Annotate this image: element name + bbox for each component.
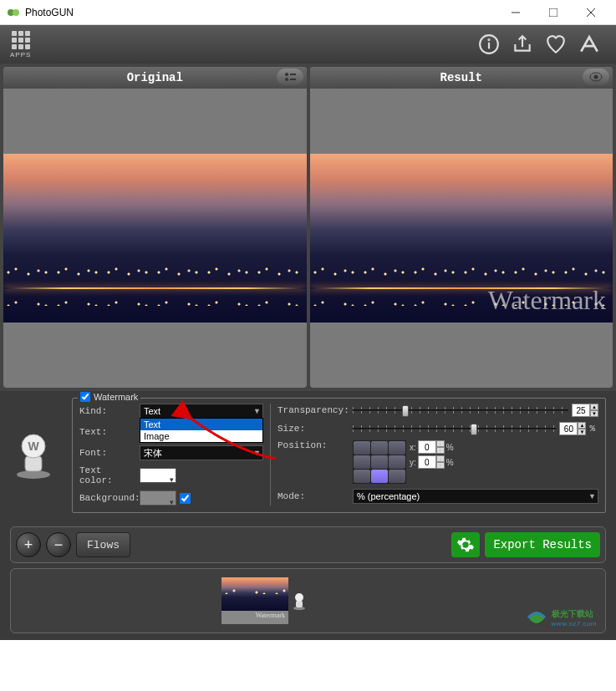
heart-icon[interactable] (539, 28, 573, 61)
size-label: Size: (277, 424, 349, 434)
top-toolbar: APPS (0, 25, 616, 64)
position-grid[interactable] (353, 440, 406, 484)
font-label: Font: (79, 448, 136, 458)
size-spin[interactable]: ▲▼ (559, 422, 586, 435)
transparency-slider[interactable] (353, 404, 568, 417)
svg-rect-20 (296, 601, 303, 607)
svg-point-11 (285, 78, 288, 81)
background-label: Background: (79, 493, 136, 503)
svg-point-14 (594, 75, 598, 79)
transparency-spin[interactable]: ▲▼ (572, 404, 598, 417)
result-title: Result (317, 71, 607, 84)
svg-rect-12 (290, 79, 296, 80)
brand-a-icon[interactable] (573, 28, 606, 61)
thumbnail-item[interactable]: Watermark (221, 577, 288, 624)
thumb-watermark: Watermark (256, 612, 285, 619)
close-button[interactable] (572, 1, 609, 24)
export-settings-button[interactable] (451, 532, 480, 557)
text-label: Text: (79, 427, 136, 437)
apps-grid-icon (12, 31, 30, 49)
thumbnail-strip: Watermark 极光下载站 www.xz7.com (10, 568, 606, 633)
brand-en: www.xz7.com (552, 620, 597, 627)
svg-point-9 (285, 73, 288, 76)
info-icon[interactable] (472, 28, 506, 61)
svg-rect-10 (290, 74, 296, 75)
apps-label: APPS (10, 51, 31, 58)
text-color-well[interactable] (140, 468, 176, 483)
kind-label: Kind: (79, 406, 136, 416)
maximize-button[interactable] (534, 1, 572, 24)
watermark-settings: W Watermark Kind: Text Text Image (0, 391, 616, 520)
svg-point-1 (13, 9, 19, 16)
original-view-toggle[interactable] (277, 69, 303, 85)
svg-rect-3 (549, 8, 557, 17)
pos-y-unit: % (446, 458, 454, 467)
brand-cn: 极光下载站 (552, 608, 597, 620)
remove-button[interactable]: − (46, 532, 71, 557)
pos-y-spin[interactable]: ▲▼ (418, 455, 445, 469)
kind-option-image[interactable]: Image (140, 430, 262, 442)
mode-label: Mode: (277, 491, 349, 501)
svg-text:W: W (28, 439, 39, 453)
flow-bar: + − Flows Export Results (10, 526, 606, 563)
result-view-toggle[interactable] (583, 69, 609, 85)
size-unit: % (589, 424, 595, 434)
position-label: Position: (277, 440, 349, 450)
original-title: Original (10, 71, 300, 84)
mode-combo[interactable]: % (percentage) (353, 489, 598, 504)
watermark-enable-checkbox[interactable] (80, 392, 90, 402)
pos-y-label: y: (410, 458, 416, 467)
preview-area: Original Result Watermark (0, 64, 616, 391)
kind-dropdown[interactable]: Text Image (140, 418, 263, 443)
size-slider[interactable] (353, 422, 556, 435)
pos-x-unit: % (446, 443, 454, 452)
original-image (3, 89, 307, 388)
watermark-overlay: Watermark (488, 285, 606, 316)
svg-rect-16 (25, 456, 42, 471)
result-pane: Result Watermark (310, 67, 613, 388)
add-button[interactable]: + (16, 532, 41, 557)
pos-x-label: x: (410, 443, 416, 452)
kind-option-text[interactable]: Text (140, 419, 262, 430)
watermark-legend: Watermark (78, 392, 140, 402)
kind-combo[interactable]: Text (140, 404, 263, 419)
flows-button[interactable]: Flows (76, 532, 130, 557)
background-enable-checkbox[interactable] (180, 493, 191, 504)
bottom-panel: + − Flows Export Results Watermark 极光下载站… (0, 520, 616, 640)
thumb-stamp-icon (292, 592, 307, 610)
background-color-well[interactable] (140, 490, 176, 506)
brand-watermark: 极光下载站 www.xz7.com (525, 606, 597, 629)
watermark-fieldset: Watermark Kind: Text Text Image (72, 398, 606, 513)
window-title: PhotoGUN (25, 7, 496, 18)
svg-point-8 (488, 39, 489, 40)
window-titlebar: PhotoGUN (0, 0, 616, 25)
font-combo[interactable]: 宋体 (140, 445, 263, 460)
apps-button[interactable]: APPS (10, 31, 31, 58)
minimize-button[interactable] (496, 1, 534, 24)
original-pane: Original (3, 67, 307, 388)
text-color-label: Text color: (79, 465, 136, 485)
pos-x-spin[interactable]: ▲▼ (418, 440, 445, 454)
svg-point-21 (295, 593, 303, 602)
app-logo-icon (7, 6, 20, 19)
transparency-label: Transparency: (277, 405, 349, 415)
share-icon[interactable] (506, 28, 539, 61)
export-results-button[interactable]: Export Results (485, 532, 600, 557)
result-image: Watermark (310, 89, 613, 388)
stamp-icon: W (10, 431, 57, 480)
